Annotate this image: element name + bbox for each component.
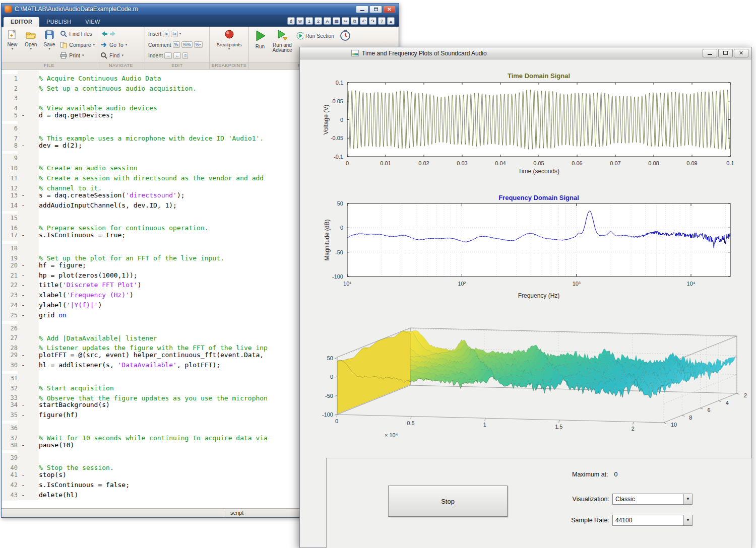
smart-indent-icon[interactable]: ≡ [182,52,188,59]
svg-text:0: 0 [340,117,343,123]
open-folder-icon [25,29,36,41]
magnifier-icon [100,52,107,59]
svg-text:0: 0 [330,374,333,380]
run-section-icon [296,32,303,39]
find-files-icon [60,30,67,37]
svg-text:4: 4 [726,400,729,406]
waterfall-3d-plot: -100-5005000.511.52246810× 10⁴ [322,328,747,438]
svg-text:0.1: 0.1 [336,80,343,86]
insert-fa-icon[interactable]: fa [171,31,178,37]
uncomment-icon[interactable]: %% [181,41,193,48]
quick-access-toolbar: dw12A▦✂⧉↶↷?▴ [287,17,399,27]
svg-text:10: 10 [671,422,677,428]
svg-text:10⁴: 10⁴ [687,281,696,287]
doc-2-icon[interactable]: 2 [314,17,322,25]
svg-text:2: 2 [744,392,747,398]
tab-publish[interactable]: PUBLISH [39,17,78,27]
section-label-navigate: NAVIGATE [97,62,145,69]
print-button[interactable]: Print▾ [60,51,95,60]
figure-window-title: Time and Frequency Plots of Soundcard Au… [362,50,703,57]
indent-row[interactable]: Indent → ← ≡ [148,51,203,60]
help-icon[interactable]: ? [378,17,386,25]
dropdown-caret-icon: ▾ [12,47,14,50]
svg-text:Frequency Domain Signal: Frequency Domain Signal [498,194,579,201]
save-button[interactable]: Save▾ [41,28,58,62]
wrap-comment-icon[interactable]: %- [194,41,203,48]
doc-d-icon[interactable]: d [287,17,295,25]
run-and-advance-button[interactable]: Run and Advance [270,28,294,62]
svg-text:Time Domain Signal: Time Domain Signal [508,72,570,80]
collapse-icon[interactable]: ▴ [387,17,395,25]
svg-text:50: 50 [327,355,333,361]
svg-text:Voltage (V): Voltage (V) [323,105,330,134]
svg-text:0: 0 [346,160,349,166]
comment-row[interactable]: Comment % %% %- [148,40,203,49]
control-panel: Maximum at: 0 Stop Visualization: Classi… [326,458,751,548]
maximize-button[interactable] [718,49,733,57]
svg-text:0.1: 0.1 [726,160,734,166]
minimize-button[interactable] [703,49,717,57]
figure-titlebar[interactable]: Time and Frequency Plots of Soundcard Au… [300,47,751,59]
new-button[interactable]: + New▾ [4,28,21,62]
run-button[interactable]: Run [251,28,269,62]
svg-text:2: 2 [632,426,635,432]
copy-icon[interactable]: ⧉ [351,17,358,25]
svg-text:0: 0 [335,418,338,424]
doc-a-icon[interactable]: A [324,17,331,25]
svg-text:50: 50 [337,200,343,207]
find-button[interactable]: Find▾ [100,51,127,60]
minimize-button[interactable] [356,6,368,13]
matlab-app-icon [5,6,12,13]
save-icon[interactable]: ▦ [333,17,340,25]
frequency-domain-plot: 10¹10²10³10⁴-100-50050Frequency Domain S… [324,194,730,299]
back-arrow-icon[interactable] [100,30,107,37]
open-button[interactable]: Open▾ [22,28,40,62]
visualization-dropdown[interactable]: Classic ▼ [612,494,692,505]
forward-arrow-icon[interactable] [109,30,116,37]
ribbon-section-edit: Insert fx fa ▾ Comment % %% %- Inden [145,27,210,69]
run-section-button[interactable]: Run Section [296,31,334,40]
dropdown-caret-icon: ▾ [82,54,84,57]
ribbon-section-navigate: Go To▾ Find▾ NAVIGATE [97,27,145,69]
maximize-button[interactable] [369,6,382,13]
insert-fx-icon[interactable]: fx [163,31,169,37]
svg-text:0.5: 0.5 [407,420,414,426]
redo-icon[interactable]: ↷ [369,17,376,25]
svg-text:0.03: 0.03 [457,160,467,166]
svg-text:-100: -100 [322,412,333,418]
svg-text:-50: -50 [335,249,343,255]
doc-w-icon[interactable]: w [296,17,304,25]
maximize-icon [723,51,728,55]
tab-editor[interactable]: EDITOR [4,17,39,27]
doc-1-icon[interactable]: 1 [305,17,313,25]
close-button[interactable]: ✕ [734,49,748,57]
maximize-icon [374,8,378,11]
find-files-button[interactable]: Find Files [60,29,95,38]
comment-icon[interactable]: % [173,41,180,48]
tab-view[interactable]: VIEW [78,17,107,27]
cut-icon[interactable]: ✂ [342,17,349,25]
close-button[interactable]: ✕ [383,6,396,13]
svg-text:0.01: 0.01 [380,160,391,166]
indent-right-icon[interactable]: → [164,52,172,59]
sample-rate-dropdown[interactable]: 44100 ▼ [612,515,692,526]
breakpoints-button[interactable]: Breakpoints ▾ [214,28,245,62]
dropdown-caret-icon: ▾ [48,47,50,50]
indent-left-icon[interactable]: ← [173,52,181,59]
go-to-button[interactable]: Go To▾ [100,40,127,49]
minimize-icon [708,54,712,55]
dropdown-caret-icon: ▾ [121,54,123,57]
editor-titlebar[interactable]: C:\MATLAB\Audio\AudioDataExampleCode.m ✕ [2,4,399,15]
dropdown-caret-icon: ▾ [93,43,95,46]
svg-text:+: + [10,33,13,38]
svg-text:0.09: 0.09 [686,160,697,166]
run-icon [254,29,267,43]
compare-button[interactable]: Compare▾ [60,40,95,49]
undo-icon[interactable]: ↶ [360,17,367,25]
svg-text:1: 1 [483,422,486,428]
chevron-down-icon[interactable]: ▼ [683,515,692,525]
insert-row[interactable]: Insert fx fa ▾ [148,29,203,38]
svg-text:0.04: 0.04 [495,160,506,166]
chevron-down-icon[interactable]: ▼ [683,494,692,504]
toolstrip-tab-bar: EDITORPUBLISHVIEW dw12A▦✂⧉↶↷?▴ [2,15,399,27]
